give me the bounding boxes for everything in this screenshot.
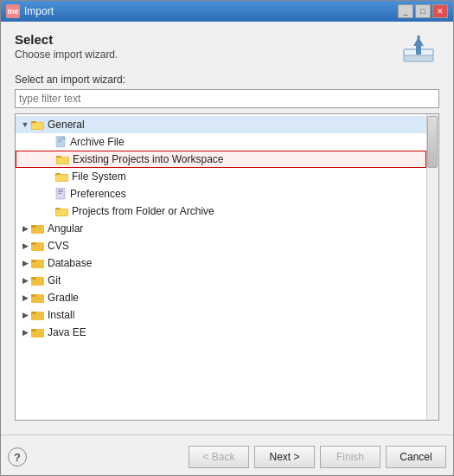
folder-filesystem-icon xyxy=(55,170,69,183)
cancel-button[interactable]: Cancel xyxy=(386,446,446,468)
expand-install-icon[interactable]: ▶ xyxy=(19,309,31,321)
tree-item-gradle[interactable]: ▶ Gradle xyxy=(16,289,426,306)
filter-label: Select an import wizard: xyxy=(15,74,439,86)
svg-rect-20 xyxy=(58,191,63,192)
window-title: Import xyxy=(24,5,398,17)
header-section: Select Choose import wizard. xyxy=(15,32,439,67)
expand-pfa-icon xyxy=(43,205,55,217)
svg-rect-21 xyxy=(58,193,61,194)
tree-item-angular[interactable]: ▶ Angular xyxy=(16,220,426,237)
tree-label-install: Install xyxy=(48,309,74,321)
folder-existing-icon xyxy=(56,153,70,165)
folder-open-icon xyxy=(31,119,45,131)
title-bar: me Import _ □ ✕ xyxy=(1,1,453,22)
scrollbar-thumb[interactable] xyxy=(427,116,438,168)
folder-pfa-icon xyxy=(55,205,69,217)
tree-item-preferences[interactable]: Preferences xyxy=(16,185,426,203)
window-controls: _ □ ✕ xyxy=(398,4,448,18)
tree-item-file-system[interactable]: File System xyxy=(16,168,426,185)
tree-item-projects-folder[interactable]: Projects from Folder or Archive xyxy=(16,203,426,220)
tree-label-angular: Angular xyxy=(48,222,83,235)
tree-list: ▼ General xyxy=(16,114,438,343)
tree-label-projects-folder: Projects from Folder or Archive xyxy=(72,205,214,217)
svg-rect-26 xyxy=(31,225,36,228)
app-icon: me xyxy=(6,4,20,18)
expand-java-ee-icon[interactable]: ▶ xyxy=(19,326,31,338)
expand-git-icon[interactable]: ▶ xyxy=(19,274,31,286)
svg-rect-28 xyxy=(31,242,36,245)
tree-item-existing-projects[interactable]: Existing Projects into Workspace xyxy=(16,151,426,168)
footer: ? < Back Next > Finish Cancel xyxy=(1,442,453,475)
tree-label-database: Database xyxy=(48,257,92,269)
dialog-content: Select Choose import wizard. Select an i… xyxy=(1,22,453,428)
svg-rect-8 xyxy=(58,138,63,138)
import-dialog: me Import _ □ ✕ Select Choose import wiz… xyxy=(0,0,454,476)
expand-archive-icon xyxy=(43,136,55,148)
footer-buttons: < Back Next > Finish Cancel xyxy=(189,446,446,468)
filter-input[interactable] xyxy=(15,89,439,108)
svg-rect-34 xyxy=(31,294,36,297)
tree-label-cvs: CVS xyxy=(48,240,69,252)
expand-prefs-icon xyxy=(43,188,55,200)
svg-rect-6 xyxy=(32,123,43,129)
svg-rect-32 xyxy=(31,277,36,280)
folder-java-ee-icon xyxy=(31,326,45,338)
folder-gradle-icon xyxy=(31,292,45,304)
tree-item-java-ee[interactable]: ▶ Java EE xyxy=(16,324,426,341)
back-button[interactable]: < Back xyxy=(189,446,249,468)
tree-item-git[interactable]: ▶ Git xyxy=(16,272,426,289)
tree-item-install[interactable]: ▶ Install xyxy=(16,306,426,324)
expand-cvs-icon[interactable]: ▶ xyxy=(19,240,31,252)
expand-existing-icon xyxy=(44,153,56,165)
footer-left: ? xyxy=(8,447,27,466)
expand-filesystem-icon xyxy=(43,170,55,183)
page-subtitle: Choose import wizard. xyxy=(15,48,118,61)
folder-cvs-icon xyxy=(31,240,45,252)
svg-rect-30 xyxy=(31,260,36,262)
preferences-icon xyxy=(55,188,67,200)
archive-file-icon xyxy=(55,136,67,148)
svg-rect-24 xyxy=(56,209,67,215)
tree-label-archive-file: Archive File xyxy=(70,136,125,148)
finish-button[interactable]: Finish xyxy=(320,446,380,468)
tree-item-general[interactable]: ▼ General xyxy=(16,116,426,133)
svg-rect-9 xyxy=(58,139,63,140)
tree-label-general: General xyxy=(48,119,85,131)
expand-general-icon[interactable]: ▼ xyxy=(19,119,31,131)
tree-label-java-ee: Java EE xyxy=(48,326,86,338)
import-icon xyxy=(400,34,437,65)
next-button[interactable]: Next > xyxy=(254,446,315,468)
folder-git-icon xyxy=(31,274,45,286)
expand-gradle-icon[interactable]: ▶ xyxy=(19,292,31,304)
folder-angular-icon xyxy=(31,222,45,235)
expand-angular-icon[interactable]: ▶ xyxy=(19,222,31,235)
tree-label-gradle: Gradle xyxy=(48,292,79,304)
svg-rect-38 xyxy=(31,329,36,331)
tree-label-file-system: File System xyxy=(72,170,126,183)
scrollbar-track[interactable] xyxy=(426,114,438,420)
tree-item-database[interactable]: ▶ Database xyxy=(16,254,426,272)
svg-rect-36 xyxy=(31,312,36,314)
tree-item-archive-file[interactable]: Archive File xyxy=(16,133,426,151)
expand-database-icon[interactable]: ▶ xyxy=(19,257,31,269)
help-button[interactable]: ? xyxy=(8,447,27,466)
footer-divider xyxy=(1,434,453,435)
header-icon-area xyxy=(398,32,439,67)
tree-label-existing-projects: Existing Projects into Workspace xyxy=(73,153,224,165)
page-title: Select xyxy=(15,32,118,47)
svg-rect-19 xyxy=(58,190,63,190)
svg-rect-17 xyxy=(56,175,67,181)
close-button[interactable]: ✕ xyxy=(432,4,448,18)
tree-label-preferences: Preferences xyxy=(70,188,126,200)
svg-rect-14 xyxy=(57,158,68,164)
tree-item-cvs[interactable]: ▶ CVS xyxy=(16,237,426,254)
header-text: Select Choose import wizard. xyxy=(15,32,118,61)
folder-database-icon xyxy=(31,257,45,269)
tree-container[interactable]: ▼ General xyxy=(15,113,439,421)
svg-rect-10 xyxy=(58,141,61,142)
maximize-button[interactable]: □ xyxy=(415,4,431,18)
folder-install-icon xyxy=(31,309,45,321)
tree-label-git: Git xyxy=(48,274,61,286)
minimize-button[interactable]: _ xyxy=(398,4,413,18)
